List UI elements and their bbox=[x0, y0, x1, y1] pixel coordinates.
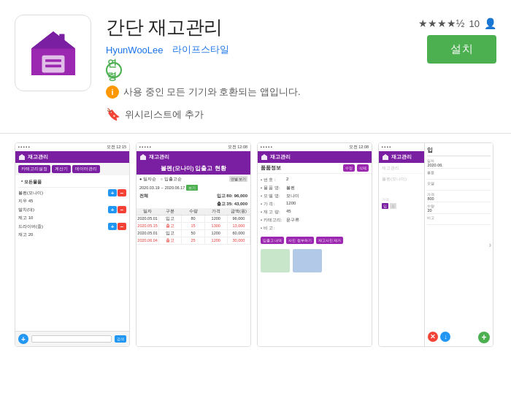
field-date: 일자 2020.06. bbox=[427, 159, 491, 169]
status-bar-3: ▪ ▪ ▪ ▪ ▪ 오전 12:08 bbox=[258, 143, 372, 151]
app-bar-icon-3 bbox=[261, 153, 268, 161]
star-rating: ★ ★ ★ ★ ½ bbox=[418, 18, 465, 29]
star-5: ½ bbox=[456, 18, 465, 29]
status-icons-1: ▪ ▪ ▪ ▪ ▪ bbox=[18, 145, 30, 150]
compatibility-text: 사용 중인 모든 기기와 호환되는 앱입니다. bbox=[123, 85, 301, 99]
view-button[interactable]: 보기 bbox=[186, 185, 198, 191]
tab-btn[interactable]: 연별 보기 bbox=[229, 176, 247, 182]
screen-3: ▪ ▪ ▪ ▪ ▪ 오전 12:08 재고관리 품품정보 수정 삭제 • 번 호… bbox=[258, 143, 372, 346]
radio-row: ● 일자순 ○ 입출고순 연별 보기 bbox=[137, 175, 250, 183]
add-button[interactable]: + bbox=[18, 334, 28, 344]
thumbnail-row bbox=[258, 246, 372, 275]
age-rating-label: 연령 bbox=[107, 57, 120, 83]
screen-2: ▪ ▪ ▪ ▪ ▪ 오전 12:08 재고관리 볼펜(모나미) 입출고 현황 ●… bbox=[137, 143, 250, 346]
bookmark-icon: 🔖 bbox=[106, 107, 120, 121]
status-icons-4: ▪ ▪ ▪ ▪ bbox=[382, 145, 391, 150]
wishlist-label: 위시리스트에 추가 bbox=[125, 108, 204, 121]
content-area-1: * 모든물품 볼펜(모나미) + − 지우 45 말치(대) + − bbox=[15, 175, 129, 241]
star-3: ★ bbox=[437, 18, 447, 29]
status-time-3: 오전 12:08 bbox=[349, 145, 369, 150]
edit-delete-btns: 수정 삭제 bbox=[343, 164, 369, 172]
app-bar-label-1: 재고관리 bbox=[28, 153, 48, 161]
app-header: 간단 재고관리 HyunWooLee 라이프스타일 연령 i 사용 중인 모든 … bbox=[0, 0, 511, 134]
screenshot-3: ▪ ▪ ▪ ▪ ▪ 오전 12:08 재고관리 품품정보 수정 삭제 • 번 호… bbox=[257, 142, 372, 347]
status-icons-2: ▪ ▪ ▪ ▪ ▪ bbox=[139, 145, 151, 150]
field-model: 모델 bbox=[427, 181, 491, 191]
person-icon: 👤 bbox=[484, 18, 496, 29]
list-item: 지우 45 bbox=[18, 197, 126, 205]
app-icon-svg bbox=[23, 23, 83, 83]
date-row: 2020.03.19 ~ 2020.06.17 보기 bbox=[137, 183, 250, 192]
plus-btn-3[interactable]: + bbox=[108, 223, 117, 230]
svg-marker-7 bbox=[19, 154, 25, 160]
photo-add-button[interactable]: 사진 첨부하기 bbox=[286, 237, 313, 244]
star-1: ★ bbox=[418, 18, 428, 29]
btn-group-1: 카테고리설정 계산기 데이터관리 bbox=[15, 163, 129, 175]
minus-btn-1[interactable]: − bbox=[118, 189, 126, 196]
search-button-mini[interactable]: 검색 bbox=[115, 335, 126, 343]
total-row-2: 출고 35: 43,000 bbox=[137, 200, 250, 208]
status-bar-2: ▪ ▪ ▪ ▪ ▪ 오전 12:08 bbox=[137, 143, 250, 151]
plus-minus-2: + − bbox=[108, 206, 126, 213]
minus-btn-2[interactable]: − bbox=[118, 206, 126, 213]
app-bar-1: 재고관리 bbox=[15, 151, 129, 163]
list-item: 말치(대) + − bbox=[18, 205, 126, 214]
screenshot-4: ▪ ▪ ▪ ▪ 오전 12:08 재고관리 재고관리 볼펜(모나미) 가격 입 … bbox=[378, 142, 493, 347]
status-icons-3: ▪ ▪ ▪ ▪ ▪ bbox=[261, 145, 272, 150]
info-row: • 물 품 명: 볼펜 bbox=[261, 184, 369, 192]
app-info-section: 간단 재고관리 HyunWooLee 라이프스타일 연령 i 사용 중인 모든 … bbox=[91, 15, 380, 121]
svg-rect-6 bbox=[59, 34, 64, 45]
photo-remove-button[interactable]: 재고사진 제거 bbox=[316, 237, 343, 244]
date-to: 2020.06.17 bbox=[165, 186, 185, 190]
btn-calc[interactable]: 계산기 bbox=[52, 165, 71, 173]
radio-1[interactable]: ● 일자순 bbox=[139, 177, 156, 182]
svg-rect-3 bbox=[42, 55, 64, 72]
overlay-actions: ✕ ↓ bbox=[428, 332, 450, 342]
table-header: 일자 구분 수량 가격 금액(원) bbox=[137, 208, 250, 215]
field-product: 볼품 bbox=[427, 170, 491, 180]
download-circle-button[interactable]: ↓ bbox=[440, 332, 450, 342]
thumbnail-1 bbox=[261, 249, 290, 272]
field-quantity: 수량 20 bbox=[427, 204, 491, 214]
compatibility-row: i 사용 중인 모든 기기와 호환되는 앱입니다. bbox=[106, 85, 380, 99]
status-bar-1: ▪ ▪ ▪ ▪ ▪ 오전 12:15 bbox=[15, 143, 129, 151]
info-row: • 가 격: 1200 bbox=[261, 200, 369, 208]
overlay-panel: 입 일자 2020.06. 볼품 모델 가격 800 bbox=[424, 143, 493, 346]
right-section: ★ ★ ★ ★ ½ 10 👤 설치 bbox=[380, 15, 496, 64]
bottom-bar-1: + 검색 bbox=[15, 331, 129, 346]
app-meta-row: HyunWooLee 라이프스타일 bbox=[106, 43, 380, 56]
install-button[interactable]: 설치 bbox=[427, 35, 496, 64]
app-developer[interactable]: HyunWooLee bbox=[106, 45, 164, 56]
history-button[interactable]: 입출고 내역 bbox=[261, 237, 284, 244]
minus-btn-3[interactable]: − bbox=[118, 223, 126, 230]
app-category[interactable]: 라이프스타일 bbox=[172, 43, 229, 56]
plus-btn-1[interactable]: + bbox=[108, 189, 117, 196]
svg-marker-9 bbox=[261, 154, 267, 160]
overlay-title: 입 bbox=[427, 146, 491, 156]
status-time-2: 오전 12:08 bbox=[228, 145, 247, 150]
screen-1: ▪ ▪ ▪ ▪ ▪ 오전 12:15 재고관리 카테고리설정 계산기 데이터관리… bbox=[15, 143, 129, 346]
radio-2[interactable]: ○ 입출고순 bbox=[161, 177, 182, 182]
star-2: ★ bbox=[428, 18, 437, 29]
fab-button[interactable]: + bbox=[478, 332, 490, 343]
btn-data[interactable]: 데이터관리 bbox=[72, 165, 100, 173]
section-label-1: * 모든물품 bbox=[18, 177, 126, 188]
btn-category[interactable]: 카테고리설정 bbox=[18, 165, 50, 173]
svg-rect-4 bbox=[45, 59, 61, 62]
app-bar-label-2: 재고관리 bbox=[149, 153, 169, 161]
plus-minus-1: + − bbox=[108, 189, 126, 196]
star-4: ★ bbox=[447, 18, 456, 29]
app-title: 간단 재고관리 bbox=[106, 15, 380, 40]
list-item: 재고 20 bbox=[18, 231, 126, 239]
table-row: 2020.06.04 출고 25 1200 30,000 bbox=[137, 237, 250, 245]
search-input-mini[interactable] bbox=[31, 335, 112, 343]
nav-arrow[interactable]: › bbox=[489, 241, 491, 249]
delete-button[interactable]: 삭제 bbox=[357, 164, 369, 172]
wishlist-button[interactable]: 🔖 위시리스트에 추가 bbox=[106, 107, 380, 121]
plus-btn-2[interactable]: + bbox=[108, 206, 117, 213]
edit-button[interactable]: 수정 bbox=[343, 164, 355, 172]
info-row: • 비 고: bbox=[261, 224, 369, 232]
app-bar-icon-2 bbox=[139, 153, 147, 161]
svg-marker-10 bbox=[383, 154, 388, 160]
cancel-circle-button[interactable]: ✕ bbox=[428, 332, 438, 342]
